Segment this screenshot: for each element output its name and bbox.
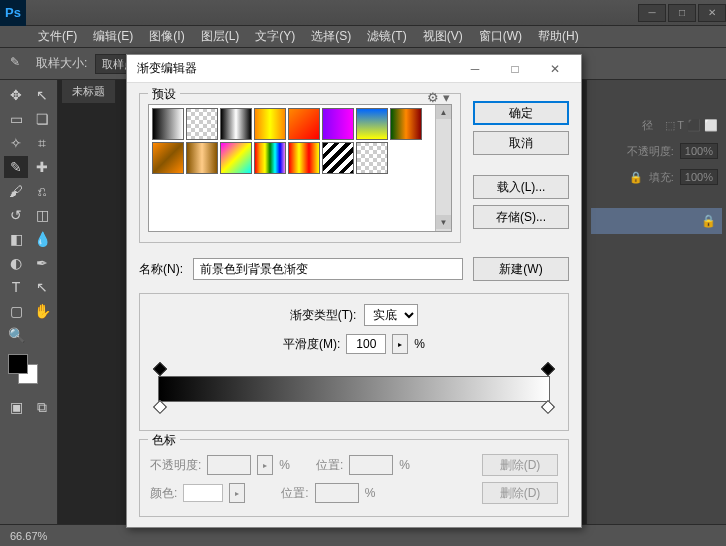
dialog-titlebar[interactable]: 渐变编辑器 ─ □ ✕ <box>127 55 581 83</box>
crop-tool[interactable]: ⌗ <box>30 132 54 154</box>
stop-pos-label-1: 位置: <box>316 457 343 474</box>
preset-1[interactable] <box>186 108 218 140</box>
minimize-button[interactable]: ─ <box>638 4 666 22</box>
fill-value[interactable]: 100% <box>680 169 718 185</box>
gradient-tool[interactable]: ◧ <box>4 228 28 250</box>
marquee-tool[interactable]: ▭ <box>4 108 28 130</box>
stop-opacity-label: 不透明度: <box>150 457 201 474</box>
preset-2[interactable] <box>220 108 252 140</box>
history-tool[interactable]: ↺ <box>4 204 28 226</box>
cancel-button[interactable]: 取消 <box>473 131 569 155</box>
opacity-stop-right[interactable] <box>541 362 555 376</box>
hand-tool[interactable]: ✋ <box>30 300 54 322</box>
heal-tool[interactable]: ✚ <box>30 156 54 178</box>
preset-5[interactable] <box>322 108 354 140</box>
preset-6[interactable] <box>356 108 388 140</box>
menu-滤镜(T)[interactable]: 滤镜(T) <box>359 28 414 45</box>
opacity-stop-left[interactable] <box>153 362 167 376</box>
window-titlebar: Ps ─ □ ✕ <box>0 0 726 26</box>
close-button[interactable]: ✕ <box>698 4 726 22</box>
lasso-tool[interactable]: ❏ <box>30 108 54 130</box>
stop-pos-input-2 <box>315 483 359 503</box>
path-tool[interactable]: ↖ <box>30 276 54 298</box>
zoom-tool[interactable]: 🔍 <box>4 324 28 346</box>
gradient-type-select[interactable]: 实底 <box>364 304 418 326</box>
stamp-tool[interactable]: ⎌ <box>30 180 54 202</box>
move-tool[interactable]: ✥ <box>4 84 28 106</box>
stops-label: 色标 <box>148 432 180 449</box>
stop-color-label: 颜色: <box>150 485 177 502</box>
lock-icon[interactable]: 🔒 <box>629 171 643 184</box>
preset-8[interactable] <box>152 142 184 174</box>
type-tool[interactable]: T <box>4 276 28 298</box>
maximize-button[interactable]: □ <box>668 4 696 22</box>
new-button[interactable]: 新建(W) <box>473 257 569 281</box>
presets-label: 预设 <box>148 86 180 103</box>
preset-4[interactable] <box>288 108 320 140</box>
eyedropper-tool[interactable]: ✎ <box>4 156 28 178</box>
dialog-title: 渐变编辑器 <box>137 60 197 77</box>
preset-14[interactable] <box>356 142 388 174</box>
preset-7[interactable] <box>390 108 422 140</box>
type-icon[interactable]: ⬚ T ⬛ ⬜ <box>665 119 719 132</box>
menu-视图(V)[interactable]: 视图(V) <box>415 28 471 45</box>
menu-选择(S)[interactable]: 选择(S) <box>303 28 359 45</box>
dialog-close-button[interactable]: ✕ <box>539 59 571 79</box>
brush-tool[interactable]: 🖌 <box>4 180 28 202</box>
menu-帮助(H)[interactable]: 帮助(H) <box>530 28 587 45</box>
blur-tool[interactable]: 💧 <box>30 228 54 250</box>
presets-scrollbar[interactable]: ▲ ▼ <box>435 105 451 231</box>
menu-文字(Y)[interactable]: 文字(Y) <box>247 28 303 45</box>
preset-9[interactable] <box>186 142 218 174</box>
preset-10[interactable] <box>220 142 252 174</box>
zoom-level[interactable]: 66.67% <box>10 530 47 542</box>
gradient-bar-editor[interactable] <box>152 362 556 416</box>
menu-编辑(E)[interactable]: 编辑(E) <box>85 28 141 45</box>
gradient-bar[interactable] <box>158 376 550 402</box>
color-swatches[interactable] <box>4 354 53 390</box>
select-tool[interactable]: ↖ <box>30 84 54 106</box>
ok-button[interactable]: 确定 <box>473 101 569 125</box>
toolbox: ✥ ↖ ▭ ❏ ✧ ⌗ ✎ ✚ 🖌 ⎌ ↺ ◫ ◧ 💧 ◐ ✒ T ↖ ▢ ✋ … <box>0 80 58 524</box>
preset-3[interactable] <box>254 108 286 140</box>
delete-opacity-stop-button: 删除(D) <box>482 454 558 476</box>
preset-12[interactable] <box>288 142 320 174</box>
smoothness-input[interactable] <box>346 334 386 354</box>
menu-窗口(W)[interactable]: 窗口(W) <box>471 28 530 45</box>
color-stop-left[interactable] <box>153 400 167 414</box>
menu-图像(I)[interactable]: 图像(I) <box>141 28 192 45</box>
preset-13[interactable] <box>322 142 354 174</box>
tab-paths[interactable]: 径 <box>642 118 653 133</box>
stop-pos-input-1 <box>349 455 393 475</box>
stop-opacity-arrow: ▸ <box>257 455 273 475</box>
screen-mode-tool[interactable]: ⧉ <box>30 396 54 418</box>
dodge-tool[interactable]: ◐ <box>4 252 28 274</box>
preset-0[interactable] <box>152 108 184 140</box>
name-input[interactable] <box>193 258 463 280</box>
stop-color-arrow: ▸ <box>229 483 245 503</box>
foreground-swatch[interactable] <box>8 354 28 374</box>
preset-11[interactable] <box>254 142 286 174</box>
quickmask-tool[interactable]: ▣ <box>4 396 28 418</box>
shape-tool[interactable]: ▢ <box>4 300 28 322</box>
menu-图层(L)[interactable]: 图层(L) <box>193 28 248 45</box>
wand-tool[interactable]: ✧ <box>4 132 28 154</box>
dialog-max-button[interactable]: □ <box>499 59 531 79</box>
app-logo: Ps <box>0 0 26 26</box>
layer-item[interactable]: 🔒 <box>591 208 722 234</box>
load-button[interactable]: 载入(L)... <box>473 175 569 199</box>
gear-icon[interactable]: ⚙ ▾ <box>427 90 450 105</box>
name-label: 名称(N): <box>139 261 183 278</box>
dialog-min-button[interactable]: ─ <box>459 59 491 79</box>
color-stop-right[interactable] <box>541 400 555 414</box>
smoothness-arrow[interactable]: ▸ <box>392 334 408 354</box>
save-button[interactable]: 存储(S)... <box>473 205 569 229</box>
menu-文件(F)[interactable]: 文件(F) <box>30 28 85 45</box>
delete-color-stop-button: 删除(D) <box>482 482 558 504</box>
document-tab[interactable]: 未标题 <box>62 80 115 103</box>
opacity-value[interactable]: 100% <box>680 143 718 159</box>
eraser-tool[interactable]: ◫ <box>30 204 54 226</box>
pen-tool[interactable]: ✒ <box>30 252 54 274</box>
stop-color-swatch <box>183 484 223 502</box>
stop-pos-label-2: 位置: <box>281 485 308 502</box>
